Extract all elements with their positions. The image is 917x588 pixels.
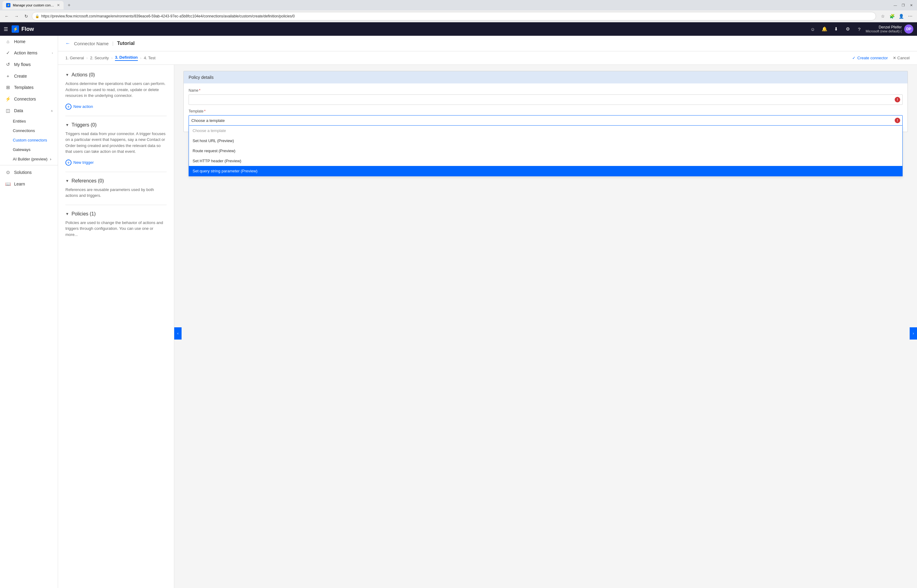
extension-icon[interactable]: 🧩 [888,12,896,21]
sidebar-item-gateways[interactable]: Gateways [0,145,58,154]
top-nav-right: ☺ 🔔 ⬇ ⚙ ? Denzel Pfeifer Microsoft (new … [807,24,913,34]
step-navigation: 1. General › 2. Security › 3. Definition… [58,51,917,65]
step-arrow-2: › [111,56,113,60]
step-general[interactable]: 1. General [65,56,84,60]
actions-section-title: Actions (0) [71,72,95,78]
sidebar-item-solutions[interactable]: ⊙ Solutions [0,166,58,178]
user-company: Microsoft (new default) ( [865,29,902,33]
sidebar-item-my-flows[interactable]: ↺ My flows [0,59,58,70]
sidebar-item-create[interactable]: + Create [0,70,58,82]
browser-toolbar: ← → ↻ 🔒 https://preview.flow.microsoft.c… [0,10,917,22]
settings-icon[interactable]: ⚙ [843,24,853,34]
step-security[interactable]: 2. Security [90,56,109,60]
browser-toolbar-icons: ☆ 🧩 👤 ⋯ [878,12,915,21]
new-trigger-button[interactable]: + New trigger [65,160,166,166]
sidebar-label-connections: Connections [13,128,35,133]
template-dropdown-wrapper: Choose a template ! Choose a template Se… [189,115,902,126]
sidebar-item-connectors[interactable]: ⚡ Connectors [0,93,58,105]
dropdown-option-set-http-header[interactable]: Set HTTP header (Preview) [189,156,902,166]
sidebar-label-gateways: Gateways [13,147,31,152]
triggers-section-desc: Triggers read data from your connector. … [65,131,166,155]
help-icon[interactable]: ? [854,24,864,34]
refresh-nav-button[interactable]: ↻ [22,12,31,21]
back-button[interactable]: ← [65,40,70,46]
browser-menu-icon[interactable]: ⋯ [906,12,915,21]
triggers-collapse-icon[interactable]: ▼ [65,123,69,127]
tab-title: Manage your custom connectors [13,3,55,7]
step-security-label: 2. Security [90,56,109,60]
tab-close-icon[interactable]: ✕ [57,3,60,7]
policy-details-panel: Policy details Name* ! Template* [183,71,908,132]
app-container: ⌂ Home ✓ Action items › ↺ My flows + Cre… [0,36,917,588]
dropdown-option-route-request[interactable]: Route request (Preview) [189,146,902,156]
sidebar-item-templates[interactable]: ⊞ Templates [0,82,58,93]
main-content: ← Connector Name | Tutorial 1. General ›… [58,36,917,588]
back-nav-button[interactable]: ← [2,12,11,21]
close-button[interactable]: ✕ [908,2,915,8]
dropdown-option-set-host-url[interactable]: Set host URL (Preview) [189,136,902,146]
star-icon[interactable]: ☆ [878,12,887,21]
sidebar-label-ai-builder: AI Builder (preview) [13,157,47,162]
dropdown-option-set-query-string[interactable]: Set query string parameter (Preview) [189,166,902,176]
template-error-icon: ! [895,118,900,123]
url-text: https://preview.flow.microsoft.com/manag… [41,14,873,18]
panel-nav-right-button[interactable]: › [910,327,917,339]
smiley-icon[interactable]: ☺ [807,24,818,34]
new-action-button[interactable]: + New action [65,103,166,110]
divider-2 [65,172,166,172]
sidebar-item-home[interactable]: ⌂ Home [0,36,58,47]
maximize-button[interactable]: ❐ [900,2,907,8]
cancel-button[interactable]: ✕ Cancel [893,56,910,60]
address-bar[interactable]: 🔒 https://preview.flow.microsoft.com/man… [32,12,876,21]
learn-icon: 📖 [5,181,11,187]
content-area: ▼ Actions (0) Actions determine the oper… [58,65,917,588]
browser-tab[interactable]: ⚡ Manage your custom connectors ✕ [2,1,64,10]
divider-1 [65,116,166,116]
new-tab-button[interactable]: + [65,1,73,10]
sidebar-item-data[interactable]: ◫ Data ∧ [0,105,58,116]
top-nav: ☰ ⚡ Flow ☺ 🔔 ⬇ ⚙ ? Denzel Pfeifer Micros… [0,22,917,36]
sidebar-label-solutions: Solutions [14,170,53,175]
sidebar-item-learn[interactable]: 📖 Learn [0,178,58,190]
sidebar-label-learn: Learn [14,181,53,186]
policies-collapse-icon[interactable]: ▼ [65,212,69,216]
dropdown-option-placeholder[interactable]: Choose a template [189,126,902,136]
create-connector-button[interactable]: ✓ Create connector [852,56,888,60]
sidebar-label-action-items: Action items [14,50,49,55]
notification-icon[interactable]: 🔔 [819,24,830,34]
sidebar-item-ai-builder[interactable]: AI Builder (preview) › [0,154,58,164]
step-general-label: 1. General [65,56,84,60]
sidebar-label-create: Create [14,74,53,79]
step-definition[interactable]: 3. Definition [115,55,137,61]
profile-icon[interactable]: 👤 [897,12,906,21]
policy-details-body: Name* ! Template* Choose a templat [184,84,907,132]
sidebar-item-action-items[interactable]: ✓ Action items › [0,47,58,59]
step-arrow-1: › [87,56,88,60]
sidebar-item-connections[interactable]: Connections [0,126,58,136]
chevron-down-icon: › [52,51,53,55]
template-dropdown-button[interactable]: Choose a template ! [189,115,902,126]
my-flows-icon: ↺ [5,62,11,67]
triggers-section-header: ▼ Triggers (0) [65,122,166,128]
lock-icon: 🔒 [35,15,39,18]
name-input[interactable] [189,94,902,105]
policies-section-desc: Policies are used to change the behavior… [65,220,166,238]
tab-favicon: ⚡ [6,3,10,7]
hamburger-menu[interactable]: ☰ [4,26,8,32]
download-icon[interactable]: ⬇ [831,24,841,34]
references-collapse-icon[interactable]: ▼ [65,179,69,183]
sidebar-item-custom-connectors[interactable]: Custom connectors [0,136,58,145]
plus-trigger-icon: + [65,160,71,166]
forward-nav-button[interactable]: → [12,12,21,21]
user-avatar[interactable]: DP [904,24,913,34]
panel-nav-left-button[interactable]: ‹ [174,327,182,339]
window-controls: — ❐ ✕ [892,2,915,8]
sidebar-item-entities[interactable]: Entities [0,116,58,126]
actions-collapse-icon[interactable]: ▼ [65,73,69,77]
policy-details-header: Policy details [184,71,907,84]
minimize-button[interactable]: — [892,2,899,8]
step-test[interactable]: 4. Test [144,56,156,60]
right-panel: ‹ Policy details Name* ! [174,65,917,588]
sidebar-separator [0,165,58,165]
new-action-label: New action [73,104,93,109]
